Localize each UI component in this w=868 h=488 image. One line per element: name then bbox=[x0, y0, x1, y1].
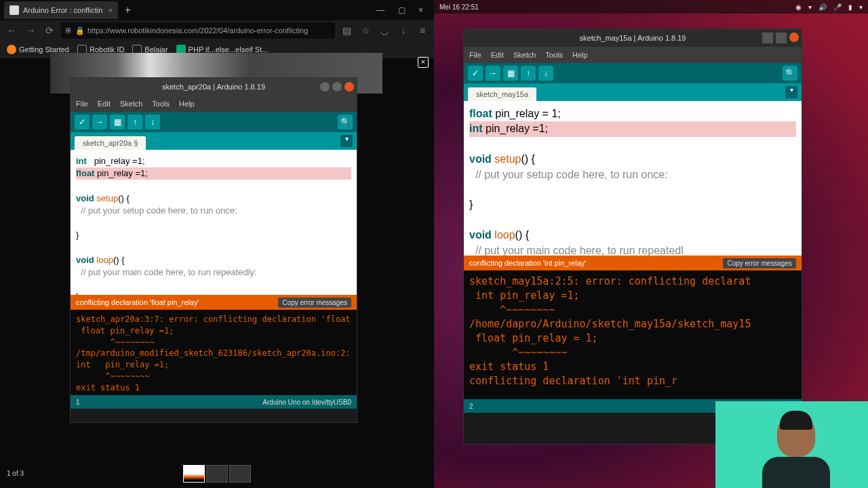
menu-bar: File Edit Sketch Tools Help bbox=[71, 96, 357, 112]
mic-icon[interactable]: 🎤 bbox=[833, 3, 842, 11]
board-info: Arduino Uno on /dev/ttyUSB0 bbox=[262, 399, 351, 406]
lock-icon: 🔒 bbox=[75, 26, 85, 35]
tab-close-icon[interactable]: × bbox=[108, 6, 112, 14]
error-bar: conflicting declaration 'float pin_relay… bbox=[71, 295, 357, 310]
console-output[interactable]: sketch_may15a:2:5: error: conflicting de… bbox=[464, 270, 802, 399]
serial-monitor-button[interactable]: 🔍 bbox=[783, 66, 797, 81]
save-button[interactable]: ↓ bbox=[145, 115, 160, 129]
url-text: https://www.robotikindonesia.com/2022/04… bbox=[87, 26, 308, 35]
copy-errors-button[interactable]: Copy error messages bbox=[278, 298, 351, 308]
menu-tools[interactable]: Tools bbox=[545, 51, 563, 59]
toolbar: ✓ → ▦ ↑ ↓ 🔍 bbox=[71, 112, 357, 132]
browser-toolbar: ← → ⟳ ⛨ 🔒 https://www.robotikindonesia.c… bbox=[0, 20, 434, 41]
minimize-icon[interactable] bbox=[320, 82, 330, 92]
gnome-top-bar[interactable]: Mei 16 22:51 ◉ ▾ 🔊 🎤 ▮ ▾ bbox=[434, 0, 868, 14]
menu-help[interactable]: Help bbox=[572, 51, 588, 59]
line-number: 1 bbox=[76, 399, 80, 406]
gallery-thumbnails bbox=[183, 465, 251, 483]
arduino-window-left: sketch_apr20a | Arduino 1.8.19 File Edit… bbox=[70, 77, 357, 423]
open-button[interactable]: ↑ bbox=[127, 115, 142, 129]
close-icon[interactable] bbox=[789, 33, 799, 42]
menu-file[interactable]: File bbox=[469, 51, 481, 59]
tab-menu-icon[interactable]: ▾ bbox=[785, 86, 797, 98]
new-button[interactable]: ▦ bbox=[110, 115, 125, 129]
forward-button[interactable]: → bbox=[23, 25, 38, 36]
bookmark-star-icon[interactable]: ☆ bbox=[358, 25, 373, 36]
volume-icon[interactable]: 🔊 bbox=[818, 3, 827, 11]
menu-file[interactable]: File bbox=[76, 100, 88, 108]
lightbox-close-icon[interactable]: × bbox=[418, 57, 429, 68]
thumbnail[interactable] bbox=[229, 465, 251, 483]
shield-icon: ⛨ bbox=[65, 26, 73, 35]
menu-bar: File Edit Sketch Tools Help bbox=[464, 47, 802, 63]
maximize-button[interactable]: ▢ bbox=[398, 5, 406, 15]
open-button[interactable]: ↑ bbox=[521, 66, 536, 81]
code-editor[interactable]: int pin_relay =1;float pin_relay =1; voi… bbox=[71, 150, 357, 295]
pocket-icon[interactable]: ◡ bbox=[377, 25, 392, 36]
reader-button[interactable]: ▤ bbox=[339, 25, 354, 36]
code-editor[interactable]: float pin_relay = 1;int pin_relay =1; vo… bbox=[464, 101, 802, 256]
window-titlebar[interactable]: sketch_apr20a | Arduino 1.8.19 bbox=[71, 78, 357, 96]
toolbar: ✓ → ▦ ↑ ↓ 🔍 bbox=[464, 63, 802, 83]
back-button[interactable]: ← bbox=[4, 25, 19, 36]
window-title: sketch_may15a | Arduino 1.8.19 bbox=[580, 34, 686, 42]
menu-edit[interactable]: Edit bbox=[98, 100, 111, 108]
sketch-tab[interactable]: sketch_may15a bbox=[468, 87, 536, 101]
arduino-window-right: sketch_may15a | Arduino 1.8.19 File Edit… bbox=[463, 28, 802, 445]
browser-tab[interactable]: Arduino Error : conflictin × bbox=[4, 1, 118, 19]
error-message: conflicting declaration 'int pin_relay' bbox=[469, 259, 586, 267]
error-bar: conflicting declaration 'int pin_relay' … bbox=[464, 256, 802, 270]
favicon-icon bbox=[9, 5, 19, 15]
window-title: sketch_apr20a | Arduino 1.8.19 bbox=[162, 83, 265, 91]
upload-button[interactable]: → bbox=[486, 66, 500, 81]
reload-button[interactable]: ⟳ bbox=[42, 25, 57, 36]
gallery-position: 1 of 3 bbox=[7, 470, 24, 477]
menu-help[interactable]: Help bbox=[179, 100, 195, 108]
firefox-icon bbox=[7, 45, 16, 54]
maximize-icon[interactable] bbox=[776, 33, 787, 43]
thumbnail[interactable] bbox=[183, 465, 205, 483]
wifi-icon[interactable]: ▾ bbox=[808, 3, 812, 11]
tab-title: Arduino Error : conflictin bbox=[23, 6, 102, 14]
menu-button[interactable]: ≡ bbox=[415, 25, 430, 36]
menu-tools[interactable]: Tools bbox=[152, 100, 170, 108]
browser-window: Arduino Error : conflictin × + — ▢ × ← →… bbox=[0, 0, 434, 488]
menu-edit[interactable]: Edit bbox=[491, 51, 504, 59]
window-controls: — ▢ × bbox=[366, 5, 434, 15]
menu-sketch[interactable]: Sketch bbox=[120, 100, 143, 108]
verify-button[interactable]: ✓ bbox=[468, 66, 483, 81]
window-titlebar[interactable]: sketch_may15a | Arduino 1.8.19 bbox=[464, 29, 802, 47]
browser-tab-strip: Arduino Error : conflictin × + — ▢ × bbox=[0, 0, 434, 20]
sketch-tab[interactable]: sketch_apr20a § bbox=[75, 136, 146, 150]
line-number: 2 bbox=[469, 403, 473, 410]
status-bar: 1 Arduino Uno on /dev/ttyUSB0 bbox=[71, 395, 357, 409]
verify-button[interactable]: ✓ bbox=[75, 115, 90, 129]
system-menu-icon[interactable]: ▾ bbox=[859, 3, 863, 11]
save-button[interactable]: ↓ bbox=[538, 66, 553, 81]
webcam-overlay bbox=[715, 401, 868, 488]
new-button[interactable]: ▦ bbox=[503, 66, 518, 81]
tab-menu-icon[interactable]: ▾ bbox=[340, 135, 353, 147]
minimize-button[interactable]: — bbox=[376, 5, 384, 15]
url-bar[interactable]: ⛨ 🔒 https://www.robotikindonesia.com/202… bbox=[61, 22, 335, 39]
downloads-icon[interactable]: ↓ bbox=[396, 25, 411, 36]
thumbnail[interactable] bbox=[206, 465, 228, 483]
close-icon[interactable] bbox=[344, 82, 354, 92]
error-message: conflicting declaration 'float pin_relay… bbox=[76, 298, 199, 306]
editor-tabs: sketch_may15a ▾ bbox=[464, 83, 802, 101]
record-icon[interactable]: ◉ bbox=[795, 3, 802, 11]
copy-errors-button[interactable]: Copy error messages bbox=[723, 258, 796, 268]
editor-tabs: sketch_apr20a § ▾ bbox=[71, 132, 357, 150]
new-tab-button[interactable]: + bbox=[125, 4, 131, 16]
upload-button[interactable]: → bbox=[92, 115, 107, 129]
menu-sketch[interactable]: Sketch bbox=[513, 51, 536, 59]
minimize-icon[interactable] bbox=[762, 33, 773, 43]
console-output[interactable]: sketch_apr20a:3:7: error: conflicting de… bbox=[71, 310, 357, 395]
maximize-icon[interactable] bbox=[332, 82, 342, 92]
clock: Mei 16 22:51 bbox=[439, 3, 479, 11]
serial-monitor-button[interactable]: 🔍 bbox=[338, 115, 353, 129]
close-button[interactable]: × bbox=[418, 5, 423, 15]
battery-icon[interactable]: ▮ bbox=[848, 3, 852, 11]
presenter bbox=[759, 413, 833, 488]
